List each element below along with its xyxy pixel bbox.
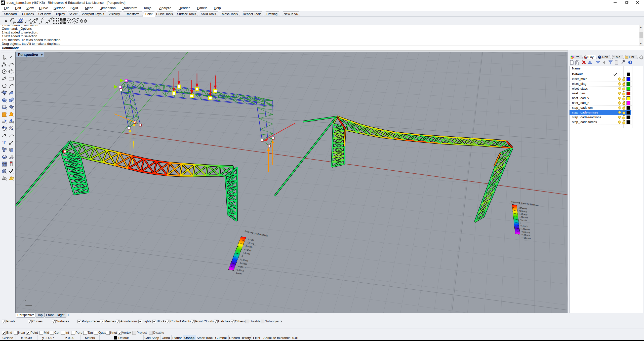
svg-text:Pro...: Pro... [575,55,582,59]
svg-text:T: T [3,140,6,145]
svg-text:Ren...: Ren... [602,55,611,59]
svg-text:Ma...: Ma... [616,55,623,59]
svg-text:Lay...: Lay... [588,55,596,59]
svg-text:6: 6 [4,1,5,3]
svg-text:?: ? [629,61,631,64]
svg-text:Libr...: Libr... [629,55,637,59]
